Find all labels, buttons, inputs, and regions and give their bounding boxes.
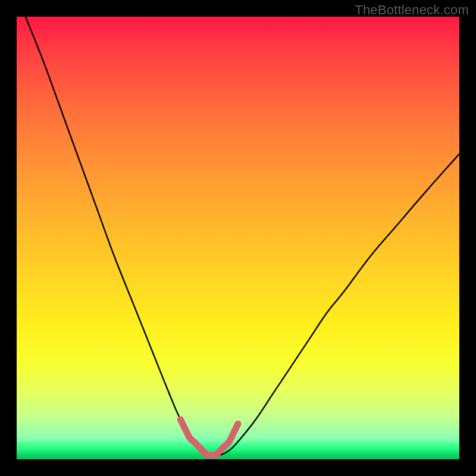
bottleneck-curve-path [26,17,459,456]
plot-area [17,17,459,459]
chart-frame: TheBottleneck.com [0,0,476,476]
watermark-text: TheBottleneck.com [355,2,469,18]
bottleneck-curve-svg [17,17,459,459]
